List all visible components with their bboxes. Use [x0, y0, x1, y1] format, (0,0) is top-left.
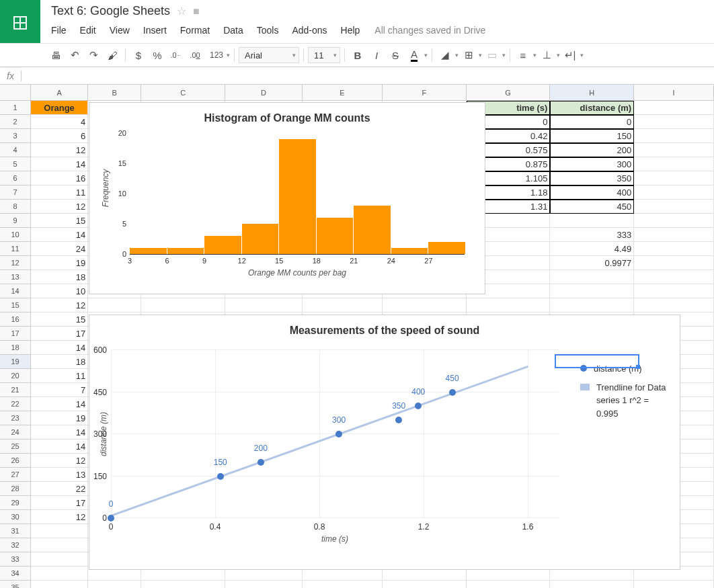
- cell-D15[interactable]: [225, 298, 303, 312]
- cell-A32[interactable]: [31, 538, 88, 552]
- cell-H1[interactable]: distance (m): [550, 101, 634, 115]
- cell-A16[interactable]: 15: [31, 312, 88, 327]
- row-header-22[interactable]: 22: [0, 397, 31, 411]
- row-header-20[interactable]: 20: [0, 369, 31, 383]
- cell-G35[interactable]: [467, 581, 551, 588]
- row-header-33[interactable]: 33: [0, 552, 31, 566]
- menu-data[interactable]: Data: [216, 22, 250, 38]
- row-header-11[interactable]: 11: [0, 242, 31, 256]
- cell-A13[interactable]: 18: [31, 270, 88, 284]
- row-header-4[interactable]: 4: [0, 143, 31, 157]
- cell-I12[interactable]: [634, 256, 714, 270]
- cell-I9[interactable]: [634, 214, 714, 228]
- cell-I14[interactable]: [634, 284, 714, 298]
- row-header-7[interactable]: 7: [0, 185, 31, 200]
- cell-H13[interactable]: [550, 270, 634, 284]
- cell-A23[interactable]: 19: [31, 411, 88, 425]
- strikethrough-icon[interactable]: S: [387, 46, 404, 64]
- cell-A12[interactable]: 19: [31, 256, 88, 270]
- text-color-icon[interactable]: A: [405, 46, 423, 64]
- row-header-32[interactable]: 32: [0, 538, 31, 552]
- col-header-E[interactable]: E: [303, 85, 383, 101]
- menu-view[interactable]: View: [103, 22, 136, 38]
- cell-B35[interactable]: [88, 581, 141, 588]
- cell-A25[interactable]: 14: [31, 439, 88, 454]
- cell-A7[interactable]: 11: [31, 185, 88, 200]
- row-header-12[interactable]: 12: [0, 256, 31, 270]
- col-header-B[interactable]: B: [88, 85, 141, 101]
- star-icon[interactable]: ☆: [177, 5, 186, 17]
- merge-cells-icon[interactable]: ▭: [483, 46, 501, 64]
- col-header-D[interactable]: D: [225, 85, 303, 101]
- number-format-button[interactable]: 123: [205, 46, 228, 64]
- row-header-16[interactable]: 16: [0, 312, 31, 327]
- cell-E35[interactable]: [303, 581, 383, 588]
- row-header-35[interactable]: 35: [0, 581, 31, 588]
- cell-A33[interactable]: [31, 552, 88, 566]
- cell-H9[interactable]: [550, 214, 634, 228]
- borders-icon[interactable]: ⊞: [460, 46, 477, 64]
- increase-decimal-button[interactable]: .00: [186, 46, 204, 64]
- font-select[interactable]: Arial: [239, 47, 299, 63]
- cell-H12[interactable]: 0.9977: [550, 256, 634, 270]
- cell-A2[interactable]: 4: [31, 115, 88, 129]
- row-header-5[interactable]: 5: [0, 157, 31, 171]
- row-header-6[interactable]: 6: [0, 171, 31, 185]
- row-headers[interactable]: 1234567891011121314151617181920212223242…: [0, 101, 31, 588]
- row-header-13[interactable]: 13: [0, 270, 31, 284]
- menu-insert[interactable]: Insert: [136, 22, 173, 38]
- undo-icon[interactable]: ↶: [66, 46, 83, 64]
- percent-button[interactable]: %: [149, 46, 166, 64]
- cell-A30[interactable]: 12: [31, 510, 88, 524]
- col-header-C[interactable]: C: [141, 85, 225, 101]
- paint-format-icon[interactable]: 🖌: [104, 46, 121, 64]
- row-header-10[interactable]: 10: [0, 228, 31, 242]
- cell-D35[interactable]: [225, 581, 303, 588]
- formula-input[interactable]: [22, 67, 714, 84]
- cell-F35[interactable]: [383, 581, 467, 588]
- row-header-25[interactable]: 25: [0, 439, 31, 454]
- cell-A11[interactable]: 24: [31, 242, 88, 256]
- menu-edit[interactable]: Edit: [73, 22, 103, 38]
- col-header-H[interactable]: H: [550, 85, 634, 101]
- col-header-G[interactable]: G: [467, 85, 551, 101]
- cell-A14[interactable]: 10: [31, 284, 88, 298]
- text-wrap-icon[interactable]: ↵|: [561, 46, 579, 64]
- menu-format[interactable]: Format: [173, 22, 216, 38]
- row-header-17[interactable]: 17: [0, 327, 31, 341]
- col-header-A[interactable]: A: [31, 85, 88, 101]
- cell-I15[interactable]: [634, 298, 714, 312]
- currency-button[interactable]: $: [130, 46, 147, 64]
- cell-A19[interactable]: 18: [31, 355, 88, 369]
- cell-A9[interactable]: 15: [31, 214, 88, 228]
- cell-A18[interactable]: 14: [31, 341, 88, 355]
- row-header-28[interactable]: 28: [0, 482, 31, 496]
- row-header-3[interactable]: 3: [0, 129, 31, 143]
- row-header-23[interactable]: 23: [0, 411, 31, 425]
- spreadsheet-grid[interactable]: ABCDEFGHI 123456789101112131415161718192…: [0, 85, 714, 588]
- cell-F15[interactable]: [383, 298, 467, 312]
- cell-A35[interactable]: [31, 581, 88, 588]
- menu-help[interactable]: Help: [334, 22, 367, 38]
- sheets-logo[interactable]: [0, 0, 40, 43]
- cell-C15[interactable]: [141, 298, 225, 312]
- print-icon[interactable]: 🖶: [47, 46, 65, 64]
- cell-A3[interactable]: 6: [31, 129, 88, 143]
- cell-C35[interactable]: [141, 581, 225, 588]
- row-header-34[interactable]: 34: [0, 566, 31, 581]
- cell-I5[interactable]: [634, 157, 714, 171]
- cell-A4[interactable]: 12: [31, 143, 88, 157]
- cell-A17[interactable]: 17: [31, 327, 88, 341]
- cell-A6[interactable]: 16: [31, 171, 88, 185]
- cell-A10[interactable]: 14: [31, 228, 88, 242]
- font-size-select[interactable]: 11: [308, 47, 340, 63]
- row-header-8[interactable]: 8: [0, 200, 31, 214]
- row-header-24[interactable]: 24: [0, 425, 31, 439]
- menu-file[interactable]: File: [51, 22, 73, 38]
- cell-H11[interactable]: 4.49: [550, 242, 634, 256]
- cell-A26[interactable]: 12: [31, 454, 88, 468]
- italic-icon[interactable]: I: [368, 46, 385, 64]
- decrease-decimal-button[interactable]: .0←: [167, 46, 185, 64]
- row-header-9[interactable]: 9: [0, 214, 31, 228]
- cell-G15[interactable]: [467, 298, 551, 312]
